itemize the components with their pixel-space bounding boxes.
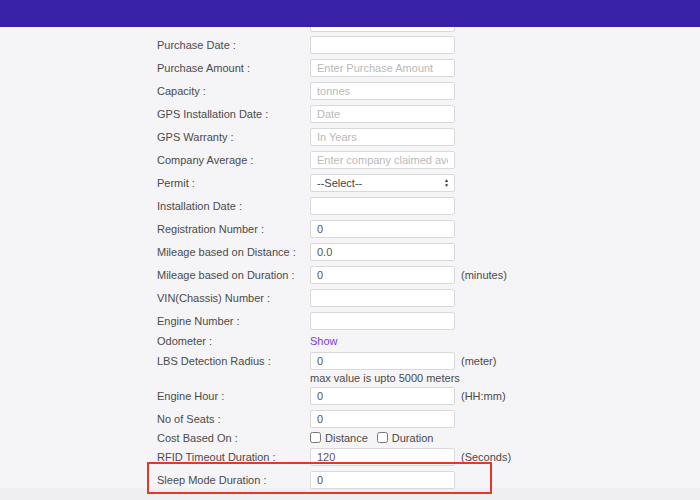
- field-label: Installation Date :: [157, 200, 310, 212]
- top-nav-bar: [0, 0, 700, 27]
- distance-checkbox-label: Distance: [325, 432, 368, 444]
- form-row-registration-number: Registration Number :: [157, 217, 577, 240]
- field-label: Purchase Amount :: [157, 62, 310, 74]
- mileage-distance-input[interactable]: [310, 243, 455, 261]
- purchase-amount-input[interactable]: [310, 59, 455, 77]
- field-label: Purchase Date :: [157, 39, 310, 51]
- field-label: Company Average :: [157, 154, 310, 166]
- field-label: RFID Timeout Duration :: [157, 451, 310, 463]
- field-label: Mileage based on Distance :: [157, 246, 310, 258]
- duration-checkbox-label: Duration: [392, 432, 434, 444]
- sleep-mode-duration-input[interactable]: [310, 471, 455, 489]
- form-row-permit: Permit : --Select-- ▲▼: [157, 171, 577, 194]
- capacity-input[interactable]: [310, 82, 455, 100]
- field-label: LBS Detection Radius :: [157, 350, 310, 367]
- lbs-max-value-note: max value is upto 5000 meters: [310, 372, 496, 384]
- select-spinner-icon: ▲▼: [444, 178, 449, 188]
- field-label: Sleep Mode Duration :: [157, 474, 310, 486]
- rfid-timeout-input[interactable]: [310, 448, 455, 466]
- form-row-gps-installation-date: GPS Installation Date :: [157, 102, 577, 125]
- no-of-seats-input[interactable]: [310, 410, 455, 428]
- unit-suffix: (HH:mm): [461, 390, 506, 402]
- field-label: VIN(Chassis) Number :: [157, 292, 310, 304]
- vin-number-input[interactable]: [310, 289, 455, 307]
- form-row-capacity: Capacity :: [157, 79, 577, 102]
- company-average-input[interactable]: [310, 151, 455, 169]
- vehicle-edit-form: Purchase Date : Purchase Amount : Capaci…: [157, 33, 577, 491]
- field-label: Capacity :: [157, 85, 310, 97]
- form-row-installation-date: Installation Date :: [157, 194, 577, 217]
- form-row-engine-number: Engine Number :: [157, 309, 577, 332]
- field-label: Cost Based On :: [157, 432, 310, 444]
- field-label: No of Seats :: [157, 413, 310, 425]
- form-row-sleep-mode-duration: Sleep Mode Duration :: [157, 468, 577, 491]
- unit-suffix: (minutes): [461, 269, 507, 281]
- engine-hour-input[interactable]: [310, 387, 455, 405]
- duration-checkbox[interactable]: [377, 432, 388, 443]
- form-row-no-of-seats: No of Seats :: [157, 407, 577, 430]
- permit-select[interactable]: --Select-- ▲▼: [310, 174, 455, 192]
- registration-number-input[interactable]: [310, 220, 455, 238]
- form-row-purchase-amount: Purchase Amount :: [157, 56, 577, 79]
- field-label: Mileage based on Duration :: [157, 269, 310, 281]
- form-row-company-average: Company Average :: [157, 148, 577, 171]
- field-label: Engine Hour :: [157, 390, 310, 402]
- gps-warranty-input[interactable]: [310, 128, 455, 146]
- form-row-rfid-timeout: RFID Timeout Duration : (Seconds): [157, 445, 577, 468]
- form-row-lbs-radius: LBS Detection Radius : (meter) max value…: [157, 350, 577, 384]
- installation-date-input[interactable]: [310, 197, 455, 215]
- form-row-mileage-duration: Mileage based on Duration : (minutes): [157, 263, 577, 286]
- purchase-date-input[interactable]: [310, 36, 455, 54]
- form-row-vin-number: VIN(Chassis) Number :: [157, 286, 577, 309]
- page: Purchase Date : Purchase Amount : Capaci…: [0, 0, 700, 500]
- field-label: Engine Number :: [157, 315, 310, 327]
- form-row-engine-hour: Engine Hour : (HH:mm): [157, 384, 577, 407]
- field-label: Odometer :: [157, 335, 310, 347]
- odometer-show-link[interactable]: Show: [310, 335, 338, 347]
- gps-installation-date-input[interactable]: [310, 105, 455, 123]
- field-label: GPS Warranty :: [157, 131, 310, 143]
- form-row-purchase-date: Purchase Date :: [157, 33, 577, 56]
- engine-number-input[interactable]: [310, 312, 455, 330]
- distance-checkbox[interactable]: [310, 432, 321, 443]
- form-row-gps-warranty: GPS Warranty :: [157, 125, 577, 148]
- form-row-cost-based-on: Cost Based On : Distance Duration: [157, 430, 577, 445]
- unit-suffix: (meter): [461, 355, 496, 367]
- permit-select-value: --Select--: [317, 177, 362, 189]
- lbs-radius-input[interactable]: [310, 352, 455, 370]
- mileage-duration-input[interactable]: [310, 266, 455, 284]
- field-label: Permit :: [157, 177, 310, 189]
- unit-suffix: (Seconds): [461, 451, 511, 463]
- field-label: Registration Number :: [157, 223, 310, 235]
- form-row-odometer: Odometer : Show: [157, 332, 577, 350]
- form-row-mileage-distance: Mileage based on Distance :: [157, 240, 577, 263]
- field-label: GPS Installation Date :: [157, 108, 310, 120]
